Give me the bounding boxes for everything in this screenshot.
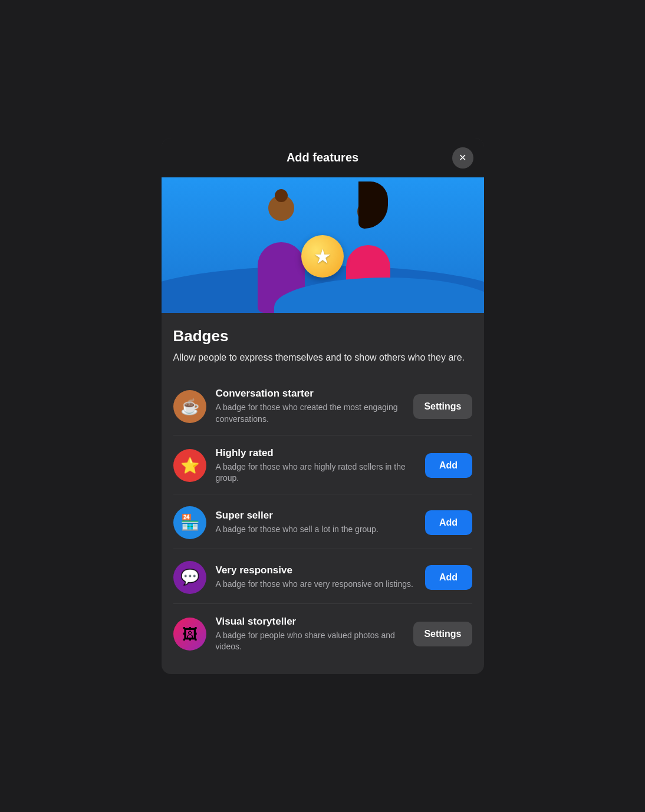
visual-storyteller-emoji: 🖼 [182, 625, 198, 643]
badge-action-very-responsive: Add [425, 565, 472, 590]
badge-info-very-responsive: Very responsive A badge for those who ar… [216, 565, 416, 590]
very-responsive-emoji: 💬 [180, 568, 199, 586]
badge-desc-highly-rated: A badge for those who are highly rated s… [216, 461, 416, 484]
badge-item-very-responsive: 💬 Very responsive A badge for those who … [173, 552, 472, 604]
badge-icon-highly-rated: ⭐ [173, 449, 206, 482]
close-button[interactable]: ✕ [452, 147, 473, 169]
settings-button-visual-storyteller[interactable]: Settings [413, 622, 472, 646]
badge-action-conversation-starter: Settings [413, 394, 472, 419]
badge-desc-conversation-starter: A badge for those who created the most e… [216, 402, 404, 425]
badge-item-visual-storyteller: 🖼 Visual storyteller A badge for people … [173, 606, 472, 662]
badge-icon-super-seller: 🏪 [173, 506, 206, 539]
badge-desc-very-responsive: A badge for those who are very responsiv… [216, 579, 416, 590]
badge-name-conversation-starter: Conversation starter [216, 388, 404, 400]
badge-icon-visual-storyteller: 🖼 [173, 618, 206, 651]
badge-name-very-responsive: Very responsive [216, 565, 416, 576]
modal-header: Add features ✕ [162, 138, 484, 177]
section-title: Badges [173, 327, 472, 345]
add-button-highly-rated[interactable]: Add [425, 453, 472, 478]
hero-figures: ★ [240, 177, 405, 313]
person1-head [268, 195, 294, 221]
badge-icon-very-responsive: 💬 [173, 561, 206, 594]
badge-name-visual-storyteller: Visual storyteller [216, 616, 404, 628]
badge-name-super-seller: Super seller [216, 510, 416, 521]
badge-item-super-seller: 🏪 Super seller A badge for those who sel… [173, 497, 472, 549]
settings-button-conversation-starter[interactable]: Settings [413, 394, 472, 419]
badge-item-highly-rated: ⭐ Highly rated A badge for those who are… [173, 438, 472, 494]
badge-desc-visual-storyteller: A badge for people who share valued phot… [216, 630, 404, 653]
badge-action-super-seller: Add [425, 510, 472, 535]
modal-title: Add features [287, 151, 358, 164]
badge-desc-super-seller: A badge for those who sell a lot in the … [216, 524, 416, 536]
badge-info-visual-storyteller: Visual storyteller A badge for people wh… [216, 616, 404, 653]
badge-icon-conversation-starter: ☕ [173, 390, 206, 423]
badge-name-highly-rated: Highly rated [216, 447, 416, 459]
person2-head [357, 199, 382, 224]
person2-body [346, 245, 390, 313]
modal-body: Badges Allow people to express themselve… [162, 313, 484, 674]
close-icon: ✕ [459, 152, 466, 163]
add-features-modal: Add features ✕ ★ [162, 138, 484, 674]
person1-bun [275, 189, 288, 202]
person1-body [258, 242, 305, 313]
badge-info-highly-rated: Highly rated A badge for those who are h… [216, 447, 416, 484]
person1-figure [258, 219, 305, 313]
star-symbol: ★ [314, 245, 331, 268]
add-button-super-seller[interactable]: Add [425, 510, 472, 535]
conversation-starter-emoji: ☕ [180, 398, 199, 416]
badge-item-conversation-starter: ☕ Conversation starter A badge for those… [173, 378, 472, 435]
highly-rated-emoji: ⭐ [180, 457, 199, 475]
badge-info-super-seller: Super seller A badge for those who sell … [216, 510, 416, 536]
person2-figure [346, 222, 393, 313]
super-seller-emoji: 🏪 [180, 513, 199, 532]
badge-list: ☕ Conversation starter A badge for those… [173, 378, 472, 662]
section-description: Allow people to express themselves and t… [173, 351, 472, 364]
badge-action-highly-rated: Add [425, 453, 472, 478]
coin-icon: ★ [301, 235, 344, 278]
badge-info-conversation-starter: Conversation starter A badge for those w… [216, 388, 404, 425]
person2-hair [358, 181, 388, 229]
badge-action-visual-storyteller: Settings [413, 622, 472, 646]
add-button-very-responsive[interactable]: Add [425, 565, 472, 590]
hero-image: ★ [162, 177, 484, 313]
